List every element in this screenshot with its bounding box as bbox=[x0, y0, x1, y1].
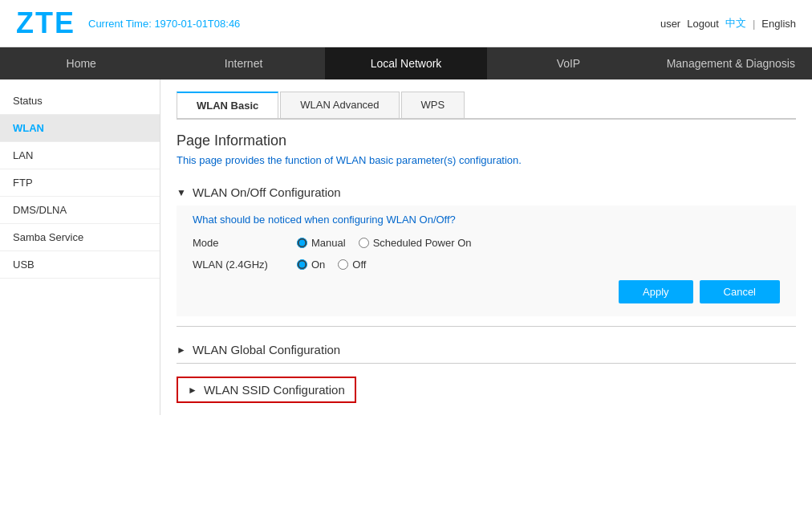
tab-bar: WLAN Basic WLAN Advanced WPS bbox=[177, 92, 796, 120]
nav-local-network[interactable]: Local Network bbox=[325, 47, 487, 79]
main-nav: Home Internet Local Network VoIP Managem… bbox=[0, 47, 812, 79]
mode-scheduled-radio[interactable] bbox=[359, 238, 369, 248]
wlan-off-radio[interactable] bbox=[338, 259, 348, 270]
wlan-onoff-buttons: Apply Cancel bbox=[193, 280, 780, 303]
wlan-ssid-title: WLAN SSID Configuration bbox=[204, 383, 345, 397]
lang-divider: | bbox=[753, 18, 755, 30]
mode-label: Mode bbox=[193, 237, 297, 249]
nav-home[interactable]: Home bbox=[0, 47, 162, 79]
page-title: Page Information bbox=[177, 132, 796, 149]
content-area: Status WLAN LAN FTP DMS/DLNA Samba Servi… bbox=[0, 79, 812, 415]
zte-logo: ZTE bbox=[16, 6, 75, 40]
wlan-on-option[interactable]: On bbox=[297, 259, 325, 271]
sidebar-item-status[interactable]: Status bbox=[0, 88, 160, 115]
main-content: WLAN Basic WLAN Advanced WPS Page Inform… bbox=[160, 79, 812, 415]
wlan-on-label: On bbox=[311, 259, 325, 271]
sidebar-item-lan[interactable]: LAN bbox=[0, 142, 160, 169]
mode-scheduled-option[interactable]: Scheduled Power On bbox=[359, 237, 472, 249]
mode-manual-option[interactable]: Manual bbox=[297, 237, 346, 249]
sidebar-item-ftp[interactable]: FTP bbox=[0, 169, 160, 197]
wlan-onoff-link[interactable]: What should be noticed when configuring … bbox=[193, 214, 780, 226]
sidebar: Status WLAN LAN FTP DMS/DLNA Samba Servi… bbox=[0, 79, 160, 415]
nav-voip[interactable]: VoIP bbox=[487, 47, 649, 79]
nav-management[interactable]: Management & Diagnosis bbox=[650, 47, 812, 79]
header-left: ZTE Current Time: 1970-01-01T08:46 bbox=[16, 6, 240, 40]
page-description: This page provides the function of WLAN … bbox=[177, 154, 796, 166]
cancel-button[interactable]: Cancel bbox=[700, 280, 780, 303]
wlan-onoff-body: What should be noticed when configuring … bbox=[177, 206, 796, 316]
wlan-onoff-arrow-icon: ▼ bbox=[177, 187, 186, 198]
current-time-label: Current Time: bbox=[88, 18, 152, 30]
wlan-off-label: Off bbox=[352, 259, 366, 271]
mode-row: Mode Manual Scheduled Power On bbox=[193, 237, 780, 249]
sidebar-item-usb[interactable]: USB bbox=[0, 251, 160, 279]
tab-wlan-advanced[interactable]: WLAN Advanced bbox=[280, 92, 399, 118]
mode-radio-group: Manual Scheduled Power On bbox=[297, 237, 472, 249]
sidebar-item-dms-dlna[interactable]: DMS/DLNA bbox=[0, 197, 160, 224]
wlan-state-radio-group: On Off bbox=[297, 259, 366, 271]
wlan-state-label: WLAN (2.4GHz) bbox=[193, 259, 297, 271]
current-time: Current Time: 1970-01-01T08:46 bbox=[88, 18, 240, 30]
wlan-on-radio[interactable] bbox=[297, 259, 307, 270]
page-info: Page Information This page provides the … bbox=[177, 132, 796, 166]
header-right: user Logout 中文 | English bbox=[660, 16, 796, 31]
wlan-global-section: ► WLAN Global Configuration bbox=[177, 336, 796, 364]
current-time-value: 1970-01-01T08:46 bbox=[154, 18, 240, 30]
mode-manual-radio[interactable] bbox=[297, 238, 307, 248]
mode-scheduled-label: Scheduled Power On bbox=[373, 237, 472, 249]
page-header: ZTE Current Time: 1970-01-01T08:46 user … bbox=[0, 0, 812, 47]
wlan-global-arrow-icon: ► bbox=[177, 344, 186, 356]
wlan-state-row: WLAN (2.4GHz) On Off bbox=[193, 259, 780, 271]
apply-button[interactable]: Apply bbox=[619, 280, 693, 303]
wlan-ssid-arrow-icon: ► bbox=[188, 385, 197, 396]
wlan-onoff-title: WLAN On/Off Configuration bbox=[193, 185, 341, 199]
wlan-onoff-section: ▼ WLAN On/Off Configuration What should … bbox=[177, 179, 796, 327]
user-label: user bbox=[660, 18, 680, 30]
wlan-ssid-section[interactable]: ► WLAN SSID Configuration bbox=[177, 377, 356, 403]
wlan-off-option[interactable]: Off bbox=[338, 259, 366, 271]
lang-zh-button[interactable]: 中文 bbox=[725, 16, 746, 31]
wlan-onoff-header[interactable]: ▼ WLAN On/Off Configuration bbox=[177, 179, 796, 206]
tab-wps[interactable]: WPS bbox=[401, 92, 465, 118]
mode-manual-label: Manual bbox=[311, 237, 346, 249]
nav-internet[interactable]: Internet bbox=[162, 47, 324, 79]
sidebar-item-samba[interactable]: Samba Service bbox=[0, 224, 160, 251]
lang-en-button[interactable]: English bbox=[761, 18, 796, 30]
tab-wlan-basic[interactable]: WLAN Basic bbox=[177, 92, 278, 118]
sidebar-item-wlan[interactable]: WLAN bbox=[0, 115, 160, 142]
wlan-global-title: WLAN Global Configuration bbox=[193, 343, 340, 356]
wlan-global-header[interactable]: ► WLAN Global Configuration bbox=[177, 336, 796, 363]
logout-button[interactable]: Logout bbox=[687, 18, 719, 30]
